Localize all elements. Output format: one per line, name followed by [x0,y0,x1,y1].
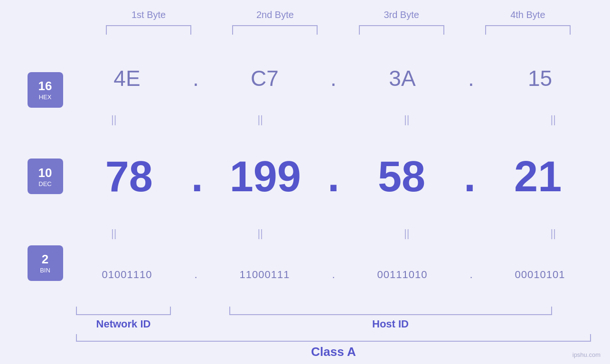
badge-dec-num: 10 [38,166,52,180]
hex-dot-2: . [324,65,343,91]
badge-hex-num: 16 [38,79,52,93]
sep-2-3: || [395,227,419,240]
bin-dot-1: . [187,269,206,281]
dec-val-3: 58 [354,152,449,201]
bin-dot-3: . [462,269,481,281]
sep-1-4: || [541,113,565,126]
dec-row: 78 . 199 . 58 . 21 [76,129,591,224]
bin-val-4: 00010101 [497,269,583,281]
badge-bin-num: 2 [42,252,48,267]
dec-val-1: 78 [82,152,177,201]
byte-label-2: 2nd Byte [227,9,322,20]
dec-val-4: 21 [490,152,585,201]
hex-val-1: 4E [84,65,170,91]
main-content-area: 16 HEX 10 DEC 2 BIN 4E . C7 . 3A . 15 [19,47,591,307]
badge-dec: 10 DEC [28,159,63,194]
top-bracket-4 [485,25,571,35]
mid-spacer [171,307,190,330]
watermark: ipshu.com [572,351,601,358]
network-section: Network ID [76,307,171,330]
main-container: 1st Byte 2nd Byte 3rd Byte 4th Byte 16 H… [0,0,610,364]
network-id-label: Network ID [96,318,151,330]
class-bracket [76,334,591,342]
class-row: Class A [19,334,591,359]
badge-hex-label: HEX [39,93,52,101]
bin-dot-2: . [324,269,343,281]
top-bracket-2 [232,25,318,35]
class-label: Class A [311,345,356,359]
byte-labels-inner: 1st Byte 2nd Byte 3rd Byte 4th Byte [85,9,591,20]
dec-dot-1: . [188,152,206,201]
byte-label-3: 3rd Byte [354,9,449,20]
badge-bin: 2 BIN [28,245,63,281]
network-host-row: Network ID Host ID [19,307,591,330]
host-id-label: Host ID [372,318,409,330]
bin-val-2: 11000111 [222,269,308,281]
dec-dot-3: . [460,152,479,201]
hex-dot-3: . [462,65,481,91]
network-bottom-bracket [76,307,171,315]
dec-val-2: 199 [218,152,313,201]
sep-2-1: || [102,227,126,240]
byte-labels-row: 1st Byte 2nd Byte 3rd Byte 4th Byte [19,9,591,20]
sep-row-1: || || || || [76,110,591,129]
badge-dec-label: DEC [38,180,51,188]
data-columns: 4E . C7 . 3A . 15 || || || || 78 [76,47,591,307]
hex-val-3: 3A [360,65,445,91]
bin-val-3: 00111010 [360,269,445,281]
class-bracket-wrap: Class A [76,334,591,359]
byte-label-1: 1st Byte [101,9,196,20]
badge-bin-label: BIN [40,267,50,274]
hex-row: 4E . C7 . 3A . 15 [76,47,591,110]
host-bottom-bracket [229,307,552,315]
badge-hex: 16 HEX [28,72,63,108]
sep-2-4: || [541,227,565,240]
badges-column: 16 HEX 10 DEC 2 BIN [19,47,76,307]
sep-1-2: || [248,113,272,126]
hex-dot-1: . [187,65,206,91]
bin-row: 01001110 . 11000111 . 00111010 . 0001010… [76,243,591,307]
byte-label-4: 4th Byte [480,9,575,20]
host-section: Host ID [190,307,591,330]
sep-2-2: || [248,227,272,240]
spacer-left [19,307,76,330]
hex-val-2: C7 [222,65,308,91]
sep-1-1: || [102,113,126,126]
top-brackets-inner [85,25,591,35]
top-bracket-1 [106,25,191,35]
sep-row-2: || || || || [76,224,591,243]
sep-1-3: || [395,113,419,126]
top-bracket-3 [359,25,444,35]
bin-val-1: 01001110 [84,269,170,281]
dec-dot-2: . [324,152,343,201]
top-brackets-row [19,25,591,35]
hex-val-4: 15 [497,65,583,91]
